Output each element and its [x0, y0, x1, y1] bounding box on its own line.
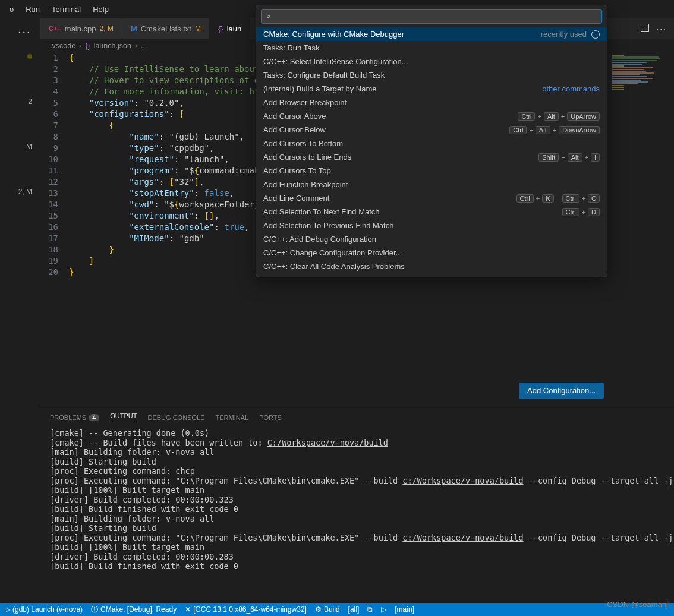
chevron-right-icon: › — [135, 42, 137, 50]
tab-output[interactable]: OUTPUT — [110, 412, 137, 422]
bottom-panel: PROBLEMS4 OUTPUT DEBUG CONSOLE TERMINAL … — [40, 407, 674, 603]
json-icon: {} — [85, 42, 90, 50]
breadcrumb-file[interactable]: launch.json — [94, 42, 131, 50]
palette-item[interactable]: C/C++: Add Debug Configuration — [256, 232, 607, 246]
margin-marker: 2, M — [18, 188, 32, 196]
sb-launch-config[interactable]: ▷ (gdb) Launch (v-nova) — [5, 605, 83, 614]
add-configuration-button[interactable]: Add Configuration... — [519, 383, 604, 399]
palette-item[interactable]: Add Line CommentCtrl+KCtrl+C — [256, 191, 607, 205]
more-actions-icon[interactable]: ··· — [656, 24, 667, 33]
palette-item[interactable]: Add Browser Breakpoint — [256, 96, 607, 109]
palette-item[interactable]: Tasks: Run Task — [256, 41, 607, 55]
command-palette-input[interactable]: > — [261, 9, 602, 24]
scm-dot-icon — [27, 54, 32, 59]
palette-item[interactable]: (Internal) Build a Target by Nameother c… — [256, 82, 607, 96]
palette-item[interactable]: Add Cursors To Bottom — [256, 137, 607, 150]
palette-item[interactable]: Add Cursors to Line EndsShift+Alt+I — [256, 150, 607, 164]
json-icon: {} — [218, 24, 223, 33]
sb-cmake-status[interactable]: ⓘ CMake: [Debug]: Ready — [91, 605, 177, 615]
gear-icon: ⚙ — [315, 605, 322, 614]
tab-debug-console[interactable]: DEBUG CONSOLE — [148, 414, 205, 421]
minimap[interactable] — [609, 52, 674, 407]
tab-main-cpp[interactable]: C++ main.cpp 2, M — [40, 18, 122, 39]
command-palette: > CMake: Configure with CMake Debuggerre… — [256, 5, 607, 277]
wrench-icon: ✕ — [185, 605, 191, 614]
palette-item[interactable]: Add Cursors To Top — [256, 164, 607, 178]
palette-item[interactable]: Add Cursor AboveCtrl+Alt+UpArrow — [256, 109, 607, 123]
tab-cmakelists[interactable]: M CmakeLists.txt M — [122, 18, 210, 39]
sb-build-target[interactable]: [all] — [348, 605, 360, 614]
margin-marker: 2 — [28, 97, 32, 106]
status-bar: ▷ (gdb) Launch (v-nova) ⓘ CMake: [Debug]… — [0, 603, 674, 616]
palette-item[interactable]: C/C++: Clear All Code Analysis Problems — [256, 260, 607, 273]
tab-label: CmakeLists.txt — [141, 24, 191, 33]
palette-item[interactable]: Tasks: Configure Default Build Task — [256, 68, 607, 82]
breadcrumb-trail[interactable]: ... — [141, 42, 147, 50]
palette-item[interactable]: C/C++: Change Configuration Provider... — [256, 246, 607, 260]
palette-item[interactable]: Add Selection To Previous Find Match — [256, 219, 607, 232]
problems-badge: 4 — [89, 414, 99, 421]
split-editor-icon[interactable] — [641, 24, 649, 34]
margin-marker: M — [26, 143, 32, 151]
sb-run-target[interactable]: [main] — [395, 605, 414, 614]
sb-debug-icon[interactable]: ⧉ — [367, 605, 373, 614]
activity-bar: ··· 2 M 2, M — [0, 18, 40, 603]
palette-item[interactable]: Add Function Breakpoint — [256, 178, 607, 191]
sb-kit[interactable]: ✕ [GCC 13.1.0 x86_64-w64-mingw32] — [185, 605, 307, 614]
palette-item[interactable]: C/C++: Disable Error Squiggles — [256, 273, 607, 277]
sb-run-icon[interactable]: ▷ — [381, 605, 386, 614]
command-palette-list: CMake: Configure with CMake Debuggerrece… — [256, 27, 607, 277]
watermark: CSDN @seamanj — [607, 600, 668, 609]
palette-item[interactable]: Add Cursor BelowCtrl+Alt+DownArrow — [256, 123, 607, 137]
cmake-icon: M — [131, 24, 137, 33]
info-icon: ⓘ — [91, 605, 98, 615]
menu-help[interactable]: Help — [88, 2, 114, 16]
line-numbers: 1234567891011121314151617181920 — [40, 52, 69, 407]
tab-ports[interactable]: PORTS — [259, 414, 282, 421]
tab-label: laun — [227, 24, 242, 33]
output-content[interactable]: [cmake] -- Generating done (0.0s)[cmake]… — [40, 426, 674, 603]
palette-item[interactable]: C/C++: Select IntelliSense Configuration… — [256, 55, 607, 68]
menu-terminal[interactable]: Terminal — [47, 2, 86, 16]
menu-run[interactable]: Run — [21, 2, 45, 16]
tab-terminal[interactable]: TERMINAL — [215, 414, 248, 421]
tab-modified-badge: 2, M — [100, 24, 114, 33]
menu-o[interactable]: o — [5, 2, 18, 16]
tab-modified-badge: M — [195, 24, 201, 33]
cpp-icon: C++ — [49, 25, 61, 32]
panel-tabs: PROBLEMS4 OUTPUT DEBUG CONSOLE TERMINAL … — [40, 407, 674, 426]
debug-icon: ▷ — [5, 605, 10, 614]
palette-item[interactable]: CMake: Configure with CMake Debuggerrece… — [256, 27, 607, 41]
overflow-icon[interactable]: ··· — [0, 18, 40, 39]
breadcrumb-folder[interactable]: .vscode — [50, 42, 75, 50]
tab-problems[interactable]: PROBLEMS4 — [50, 414, 99, 421]
gear-icon[interactable] — [591, 30, 600, 39]
chevron-right-icon: › — [79, 42, 81, 50]
tab-label: main.cpp — [65, 24, 96, 33]
sb-build[interactable]: ⚙ Build — [315, 605, 340, 614]
tab-launch-json[interactable]: {} laun — [210, 18, 250, 39]
palette-item[interactable]: Add Selection To Next Find MatchCtrl+D — [256, 205, 607, 219]
